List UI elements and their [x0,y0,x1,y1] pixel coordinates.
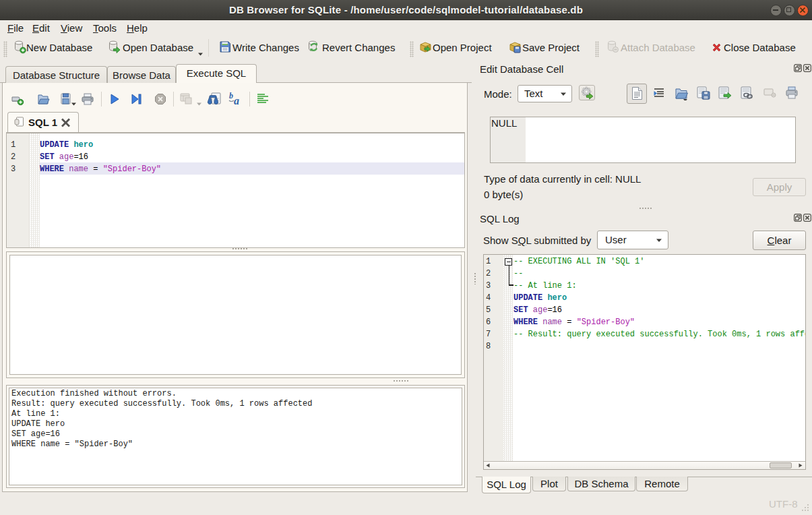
svg-text:b: b [229,92,233,100]
svg-text:a: a [234,95,239,107]
